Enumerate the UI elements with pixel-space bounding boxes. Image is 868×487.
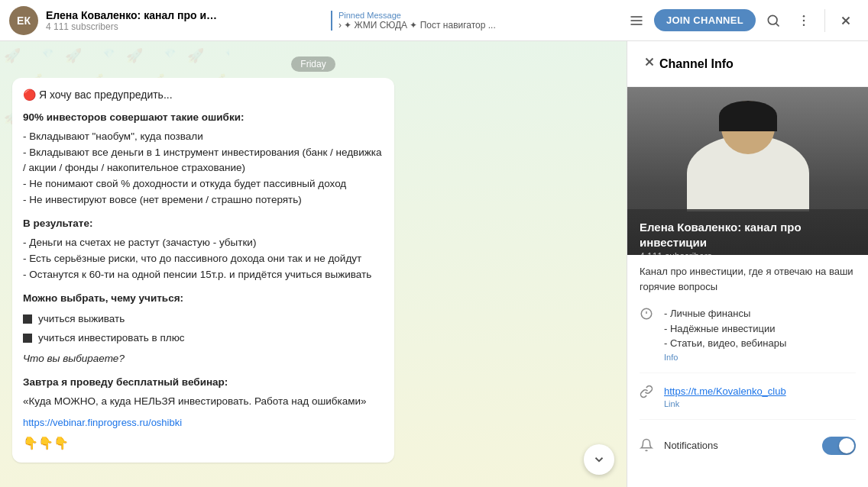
channel-info-panel: Channel Info Елена Коваленко: канал про … — [627, 41, 868, 487]
link-type-label: Link — [664, 399, 856, 408]
header-divider — [824, 9, 825, 32]
scroll-down-button[interactable] — [584, 444, 614, 475]
date-badge: Friday — [12, 56, 614, 72]
block1-title: 90% инвесторов совершают такие ошибки: — [23, 110, 384, 126]
list-item: - Вкладывают все деньги в 1 инструмент и… — [23, 145, 384, 177]
info-channel-name: Елена Коваленко: канал про инвестиции — [640, 220, 856, 250]
info-item-1: - Личные финансы — [664, 306, 856, 321]
list-item: учиться выживать — [23, 311, 384, 327]
message-bubble: 🔴 Я хочу вас предупредить... 90% инвесто… — [12, 78, 394, 463]
block3-question: Что вы выбираете? — [23, 351, 384, 367]
info-subscriber-count: 4 111 subscribers — [640, 251, 856, 255]
info-icon — [640, 307, 655, 322]
channel-name: Елена Коваленко: канал про инвестиц... — [46, 9, 222, 21]
list-item: - Есть серьёзные риски, что до пассивног… — [23, 251, 384, 267]
channel-link-row: https://t.me/Kovalenko_club Link — [640, 384, 856, 420]
block4-title: Завтра я проведу бесплатный вебинар: — [23, 375, 384, 391]
channel-link-content: https://t.me/Kovalenko_club Link — [664, 384, 856, 408]
pinned-text: › ✦ ЖМИ СЮДА ✦ Пост навигатор ... — [338, 20, 616, 31]
channel-link[interactable]: https://t.me/Kovalenko_club — [664, 385, 786, 397]
list-item: учиться инвестировать в плюс — [23, 331, 384, 347]
info-panel-header: Channel Info — [627, 41, 868, 87]
block2-title: В результате: — [23, 216, 384, 232]
svg-point-4 — [768, 15, 777, 24]
pinned-label: Pinned Message — [338, 11, 616, 20]
svg-point-7 — [803, 19, 805, 21]
block3-title: Можно выбрать, чему учиться: — [23, 291, 384, 307]
channel-name-overlay: Елена Коваленко: канал про инвестиции 4 … — [627, 209, 868, 255]
block2-items: - Деньги на счетах не растут (зачастую -… — [23, 235, 384, 283]
message-emojis: 👇👇👇 — [23, 434, 384, 453]
chat-scroll-area[interactable]: Friday 🔴 Я хочу вас предупредить... 90% … — [0, 41, 627, 487]
search-button[interactable] — [760, 8, 786, 34]
bell-icon — [640, 438, 655, 453]
subscriber-count: 4 111 subscribers — [46, 21, 323, 32]
list-item: - Не инвестируют вовсе (нет времени / ст… — [23, 192, 384, 208]
info-details-content: - Личные финансы - Надёжные инвестиции -… — [664, 306, 856, 362]
list-item: - Вкладывают "наобум", куда позвали — [23, 129, 384, 145]
message-intro: 🔴 Я хочу вас предупредить... — [23, 87, 384, 104]
info-item-3: - Статьи, видео, вебинары — [664, 336, 856, 351]
info-panel-body: Канал про инвестиции, где я отвечаю на в… — [627, 255, 868, 487]
notifications-toggle[interactable] — [822, 437, 856, 455]
list-item: - Не понимают свой % доходности и откуда… — [23, 176, 384, 192]
main-content: 🚀 💰 📈 💎 Friday 🔴 Я хочу вас предупредить… — [0, 41, 868, 487]
svg-line-5 — [776, 23, 779, 26]
info-item-2: - Надёжные инвестиции — [664, 321, 856, 337]
chat-header: ЕК Елена Коваленко: канал про инвестиц..… — [0, 0, 868, 41]
pinned-message-bar[interactable]: Pinned Message › ✦ ЖМИ СЮДА ✦ Пост навиг… — [331, 11, 616, 31]
notifications-row: Notifications — [640, 431, 856, 461]
info-panel-title: Channel Info — [659, 57, 856, 71]
info-type-label: Info — [664, 353, 856, 362]
header-actions: JOIN CHANNEL — [623, 8, 859, 34]
channel-description: Канал про инвестиции, где я отвечаю на в… — [640, 264, 856, 294]
channel-avatar: ЕК — [9, 6, 38, 35]
block4-text: «Куда МОЖНО, а куда НЕЛЬЗЯ инвестировать… — [23, 394, 384, 410]
svg-point-6 — [803, 15, 805, 17]
info-details-row: - Личные финансы - Надёжные инвестиции -… — [640, 306, 856, 373]
list-item: - Останутся к 60-ти на одной пенсии 15т.… — [23, 267, 384, 283]
notifications-label: Notifications — [664, 440, 813, 451]
chat-area: 🚀 💰 📈 💎 Friday 🔴 Я хочу вас предупредить… — [0, 41, 627, 487]
list-item: - Деньги на счетах не растут (зачастую -… — [23, 235, 384, 251]
block3-items: учиться выживать учиться инвестировать в… — [23, 311, 384, 347]
more-button[interactable] — [791, 8, 817, 34]
svg-point-8 — [803, 24, 805, 26]
close-panel-button[interactable] — [833, 8, 859, 34]
channel-info-brief: Елена Коваленко: канал про инвестиц... 4… — [46, 9, 323, 32]
block1-items: - Вкладывают "наобум", куда позвали - Вк… — [23, 129, 384, 209]
info-panel-close-button[interactable] — [640, 52, 659, 76]
channel-photo: Елена Коваленко: канал про инвестиции 4 … — [627, 87, 868, 255]
filter-icon-button[interactable] — [623, 8, 649, 34]
message-link[interactable]: https://vebinar.finprogress.ru/oshibki — [23, 417, 182, 428]
join-channel-button[interactable]: JOIN CHANNEL — [654, 9, 756, 31]
link-icon — [640, 385, 655, 400]
